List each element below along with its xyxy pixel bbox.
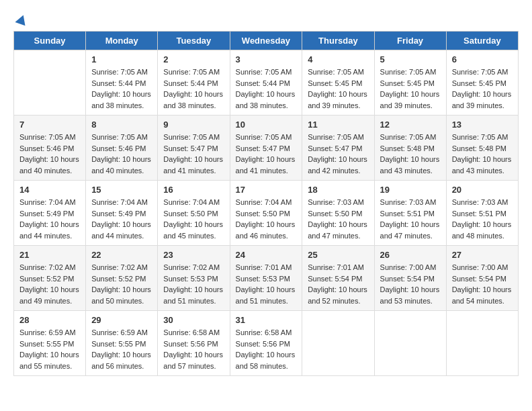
header-day-monday: Monday [86,32,158,50]
day-number: 28 [19,315,80,325]
day-number: 30 [163,315,224,325]
day-number: 7 [19,120,80,130]
day-number: 13 [452,120,513,130]
day-info: Sunrise: 7:03 AMSunset: 5:51 PMDaylight:… [380,197,441,241]
day-info: Sunrise: 7:03 AMSunset: 5:51 PMDaylight:… [452,197,513,241]
day-number: 3 [236,54,297,64]
header-day-wednesday: Wednesday [230,32,302,50]
day-number: 31 [236,315,297,325]
calendar-cell [446,311,518,376]
calendar-cell: 8 Sunrise: 7:05 AMSunset: 5:46 PMDayligh… [86,116,158,181]
day-info: Sunrise: 7:05 AMSunset: 5:48 PMDaylight:… [380,132,441,176]
calendar-cell: 13 Sunrise: 7:05 AMSunset: 5:48 PMDaylig… [446,116,518,181]
calendar-cell: 20 Sunrise: 7:03 AMSunset: 5:51 PMDaylig… [446,181,518,246]
day-number: 22 [91,250,152,260]
day-info: Sunrise: 6:59 AMSunset: 5:55 PMDaylight:… [91,327,152,371]
calendar-cell: 19 Sunrise: 7:03 AMSunset: 5:51 PMDaylig… [374,181,446,246]
day-info: Sunrise: 6:58 AMSunset: 5:56 PMDaylight:… [236,327,297,371]
week-row-3: 14 Sunrise: 7:04 AMSunset: 5:49 PMDaylig… [14,181,519,246]
day-number: 25 [308,250,368,260]
day-info: Sunrise: 7:02 AMSunset: 5:52 PMDaylight:… [91,262,152,306]
day-info: Sunrise: 7:05 AMSunset: 5:48 PMDaylight:… [452,132,513,176]
week-row-4: 21 Sunrise: 7:02 AMSunset: 5:52 PMDaylig… [14,246,519,311]
day-info: Sunrise: 7:04 AMSunset: 5:49 PMDaylight:… [19,197,80,241]
calendar-cell: 15 Sunrise: 7:04 AMSunset: 5:49 PMDaylig… [86,181,158,246]
calendar-cell: 4 Sunrise: 7:05 AMSunset: 5:45 PMDayligh… [302,50,374,116]
day-info: Sunrise: 7:05 AMSunset: 5:44 PMDaylight:… [91,66,152,111]
calendar-cell: 1 Sunrise: 7:05 AMSunset: 5:44 PMDayligh… [86,50,158,116]
day-number: 17 [236,185,297,195]
calendar-cell: 9 Sunrise: 7:05 AMSunset: 5:47 PMDayligh… [158,116,230,181]
day-number: 5 [380,54,441,64]
logo [13,13,28,24]
day-number: 1 [91,54,152,64]
day-number: 20 [452,185,513,195]
day-info: Sunrise: 7:05 AMSunset: 5:44 PMDaylight:… [163,66,224,111]
day-info: Sunrise: 7:00 AMSunset: 5:54 PMDaylight:… [452,262,513,306]
day-info: Sunrise: 6:59 AMSunset: 5:55 PMDaylight:… [19,327,80,371]
header-day-saturday: Saturday [446,32,518,50]
day-info: Sunrise: 7:05 AMSunset: 5:46 PMDaylight:… [91,132,152,176]
day-info: Sunrise: 6:58 AMSunset: 5:56 PMDaylight:… [163,327,224,371]
week-row-2: 7 Sunrise: 7:05 AMSunset: 5:46 PMDayligh… [14,116,519,181]
calendar-cell: 5 Sunrise: 7:05 AMSunset: 5:45 PMDayligh… [374,50,446,116]
calendar-cell: 14 Sunrise: 7:04 AMSunset: 5:49 PMDaylig… [14,181,86,246]
calendar-cell: 21 Sunrise: 7:02 AMSunset: 5:52 PMDaylig… [14,246,86,311]
day-number: 8 [91,120,152,130]
day-info: Sunrise: 7:05 AMSunset: 5:47 PMDaylight:… [236,132,297,176]
calendar-cell: 16 Sunrise: 7:04 AMSunset: 5:50 PMDaylig… [158,181,230,246]
calendar-header: SundayMondayTuesdayWednesdayThursdayFrid… [14,32,519,50]
day-info: Sunrise: 7:05 AMSunset: 5:45 PMDaylight:… [380,66,441,111]
day-info: Sunrise: 7:05 AMSunset: 5:44 PMDaylight:… [236,66,297,111]
calendar-cell: 6 Sunrise: 7:05 AMSunset: 5:45 PMDayligh… [446,50,518,116]
day-number: 24 [236,250,297,260]
calendar-table: SundayMondayTuesdayWednesdayThursdayFrid… [13,31,519,376]
week-row-5: 28 Sunrise: 6:59 AMSunset: 5:55 PMDaylig… [14,311,519,376]
calendar-cell [302,311,374,376]
day-number: 29 [91,315,152,325]
day-number: 16 [163,185,224,195]
calendar-cell: 29 Sunrise: 6:59 AMSunset: 5:55 PMDaylig… [86,311,158,376]
day-info: Sunrise: 7:05 AMSunset: 5:47 PMDaylight:… [308,132,368,176]
day-info: Sunrise: 7:03 AMSunset: 5:50 PMDaylight:… [308,197,368,241]
calendar-cell: 31 Sunrise: 6:58 AMSunset: 5:56 PMDaylig… [230,311,302,376]
day-number: 11 [308,120,368,130]
header-day-thursday: Thursday [302,32,374,50]
day-number: 18 [308,185,368,195]
day-number: 26 [380,250,441,260]
day-number: 4 [308,54,368,64]
calendar-cell: 11 Sunrise: 7:05 AMSunset: 5:47 PMDaylig… [302,116,374,181]
header-row: SundayMondayTuesdayWednesdayThursdayFrid… [14,32,519,50]
day-number: 10 [236,120,297,130]
calendar-cell: 18 Sunrise: 7:03 AMSunset: 5:50 PMDaylig… [302,181,374,246]
calendar-cell: 27 Sunrise: 7:00 AMSunset: 5:54 PMDaylig… [446,246,518,311]
day-number: 12 [380,120,441,130]
day-info: Sunrise: 7:05 AMSunset: 5:45 PMDaylight:… [308,66,368,111]
day-info: Sunrise: 7:05 AMSunset: 5:45 PMDaylight:… [452,66,513,111]
calendar-cell: 17 Sunrise: 7:04 AMSunset: 5:50 PMDaylig… [230,181,302,246]
calendar-cell: 26 Sunrise: 7:00 AMSunset: 5:54 PMDaylig… [374,246,446,311]
day-number: 23 [163,250,224,260]
calendar-cell: 3 Sunrise: 7:05 AMSunset: 5:44 PMDayligh… [230,50,302,116]
calendar-cell: 25 Sunrise: 7:01 AMSunset: 5:54 PMDaylig… [302,246,374,311]
day-number: 27 [452,250,513,260]
day-number: 2 [163,54,224,64]
day-info: Sunrise: 7:01 AMSunset: 5:53 PMDaylight:… [236,262,297,306]
day-number: 14 [19,185,80,195]
day-info: Sunrise: 7:05 AMSunset: 5:46 PMDaylight:… [19,132,80,176]
calendar-cell: 28 Sunrise: 6:59 AMSunset: 5:55 PMDaylig… [14,311,86,376]
calendar-cell [14,50,86,116]
day-number: 19 [380,185,441,195]
day-info: Sunrise: 7:05 AMSunset: 5:47 PMDaylight:… [163,132,224,176]
calendar-cell: 12 Sunrise: 7:05 AMSunset: 5:48 PMDaylig… [374,116,446,181]
svg-marker-0 [15,13,28,26]
week-row-1: 1 Sunrise: 7:05 AMSunset: 5:44 PMDayligh… [14,50,519,116]
header-day-tuesday: Tuesday [158,32,230,50]
header-day-sunday: Sunday [14,32,86,50]
day-info: Sunrise: 7:00 AMSunset: 5:54 PMDaylight:… [380,262,441,306]
calendar-cell: 24 Sunrise: 7:01 AMSunset: 5:53 PMDaylig… [230,246,302,311]
day-info: Sunrise: 7:02 AMSunset: 5:52 PMDaylight:… [19,262,80,306]
day-info: Sunrise: 7:04 AMSunset: 5:50 PMDaylight:… [163,197,224,241]
day-info: Sunrise: 7:01 AMSunset: 5:54 PMDaylight:… [308,262,368,306]
calendar-cell: 23 Sunrise: 7:02 AMSunset: 5:53 PMDaylig… [158,246,230,311]
